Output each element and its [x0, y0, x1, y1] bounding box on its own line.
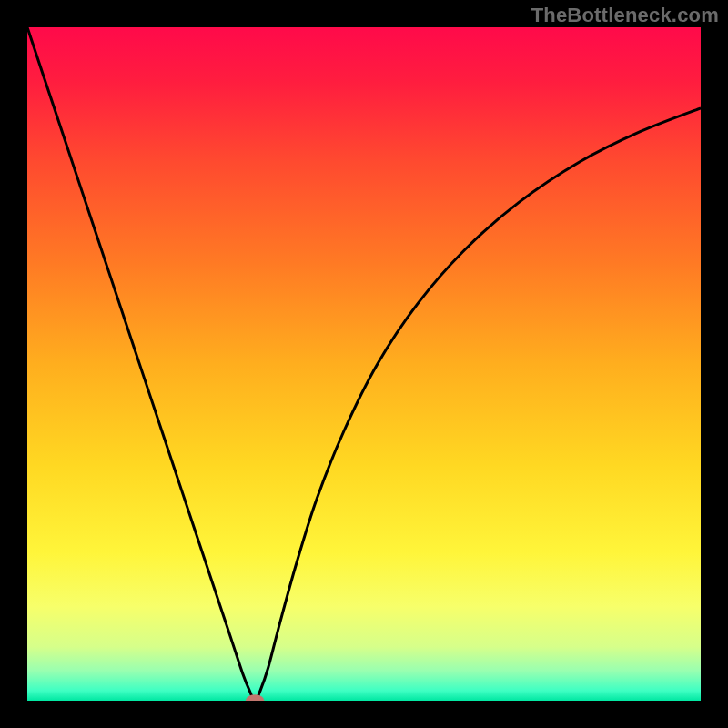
plot-area: [27, 27, 701, 701]
chart-frame: TheBottleneck.com: [0, 0, 728, 728]
chart-canvas: [27, 27, 701, 701]
watermark-text: TheBottleneck.com: [531, 4, 719, 27]
gradient-background: [27, 27, 701, 701]
